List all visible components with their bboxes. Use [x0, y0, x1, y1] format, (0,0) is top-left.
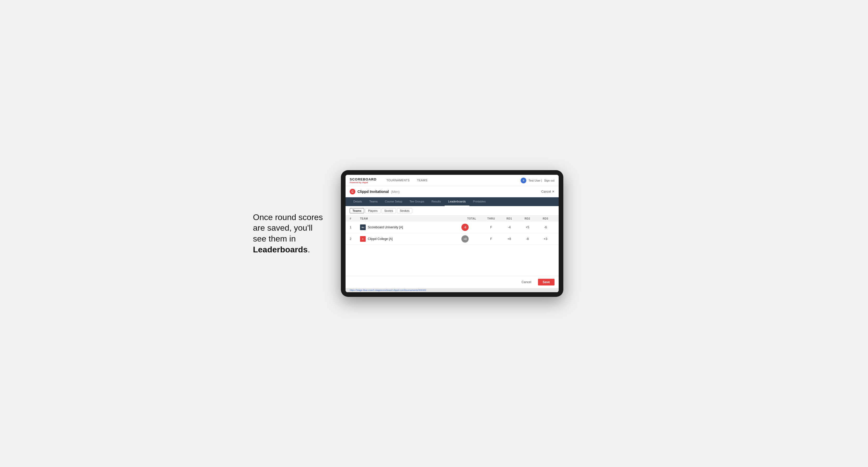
table-header: # TEAM TOTAL THRU RD1 RD2 RD3: [345, 216, 559, 222]
rd2-1: +5: [518, 225, 536, 229]
sidebar-description: Once round scores are saved, you'll see …: [253, 212, 326, 255]
leaderboard-table: # TEAM TOTAL THRU RD1 RD2 RD3 1 SU Score…: [345, 216, 559, 245]
footer-cancel-button[interactable]: Cancel: [518, 279, 535, 285]
filter-bar: Teams Players Scores Strokes: [345, 206, 559, 216]
score-badge-2: +3: [461, 235, 469, 243]
team-cell-1: SU Scoreboard University [A]: [360, 224, 461, 230]
tab-course-setup[interactable]: Course Setup: [381, 197, 406, 206]
status-url: https://stage-blue-coach.stagescoreboard…: [350, 289, 426, 291]
team-logo-su: SU: [360, 224, 366, 230]
rank-2: 2: [350, 237, 360, 241]
modal-footer: Cancel Save: [345, 276, 559, 288]
thru-2: F: [482, 237, 500, 241]
tournament-name: Clippd Invitational: [358, 190, 389, 194]
table-row: 1 SU Scoreboard University [A] -5 F -4 +…: [345, 222, 559, 233]
score-badge-1: -5: [461, 224, 469, 231]
filter-teams[interactable]: Teams: [350, 208, 364, 213]
col-rd3: RD3: [536, 217, 555, 220]
tournament-gender: (Men): [391, 190, 400, 194]
tab-printables[interactable]: Printables: [469, 197, 489, 206]
col-total: TOTAL: [461, 217, 482, 220]
col-rank: #: [350, 217, 360, 220]
page-wrapper: Once round scores are saved, you'll see …: [253, 170, 615, 297]
tablet-screen: SCOREBOARD Powered by clippd TOURNAMENTS…: [345, 175, 559, 292]
top-nav: SCOREBOARD Powered by clippd TOURNAMENTS…: [345, 175, 559, 186]
tablet-device: SCOREBOARD Powered by clippd TOURNAMENTS…: [341, 170, 563, 297]
rd3-1: -6: [536, 225, 555, 229]
col-rd2: RD2: [518, 217, 536, 220]
filter-scores[interactable]: Scores: [381, 208, 396, 213]
tab-results[interactable]: Results: [428, 197, 444, 206]
thru-1: F: [482, 225, 500, 229]
nav-right: S Test User | Sign out: [521, 178, 555, 183]
col-rd1: RD1: [500, 217, 518, 220]
col-team: TEAM: [360, 217, 461, 220]
table-spacer: [345, 245, 559, 276]
rd1-1: -4: [500, 225, 518, 229]
logo-powered: Powered by clippd: [350, 181, 377, 184]
nav-tournaments[interactable]: TOURNAMENTS: [383, 175, 413, 186]
team-name-1: Scoreboard University [A]: [368, 225, 403, 229]
table-row: 2 C Clippd College [A] +3 F +8 -8 +3: [345, 233, 559, 245]
tournament-title-area: C Clippd Invitational (Men): [350, 189, 400, 194]
nav-teams[interactable]: TEAMS: [413, 175, 431, 186]
sub-tabs: Details Teams Course Setup Tee Groups Re…: [345, 197, 559, 206]
tab-leaderboards[interactable]: Leaderboards: [444, 197, 469, 206]
filter-players[interactable]: Players: [365, 208, 380, 213]
rank-1: 1: [350, 225, 360, 229]
logo-scoreboard: SCOREBOARD: [350, 177, 377, 181]
sign-out-link[interactable]: Sign out: [544, 179, 555, 182]
team-cell-2: C Clippd College [A]: [360, 236, 461, 242]
tab-details[interactable]: Details: [350, 197, 366, 206]
tab-tee-groups[interactable]: Tee Groups: [406, 197, 428, 206]
tab-teams[interactable]: Teams: [366, 197, 381, 206]
rd1-2: +8: [500, 237, 518, 241]
status-bar: https://stage-blue-coach.stagescoreboard…: [345, 288, 559, 292]
tournament-header: C Clippd Invitational (Men) Cancel ✕: [345, 186, 559, 197]
nav-user-name: Test User |: [528, 179, 542, 182]
footer-save-button[interactable]: Save: [538, 279, 555, 285]
user-avatar: S: [521, 178, 526, 183]
cancel-button[interactable]: Cancel ✕: [541, 190, 555, 193]
col-thru: THRU: [482, 217, 500, 220]
team-name-2: Clippd College [A]: [368, 237, 393, 241]
filter-strokes[interactable]: Strokes: [397, 208, 412, 213]
nav-links: TOURNAMENTS TEAMS: [383, 175, 521, 186]
total-2: +3: [461, 235, 482, 243]
tournament-icon: C: [350, 189, 355, 194]
rd2-2: -8: [518, 237, 536, 241]
logo-area: SCOREBOARD Powered by clippd: [350, 177, 377, 184]
team-logo-c: C: [360, 236, 366, 242]
rd3-2: +3: [536, 237, 555, 241]
total-1: -5: [461, 224, 482, 231]
